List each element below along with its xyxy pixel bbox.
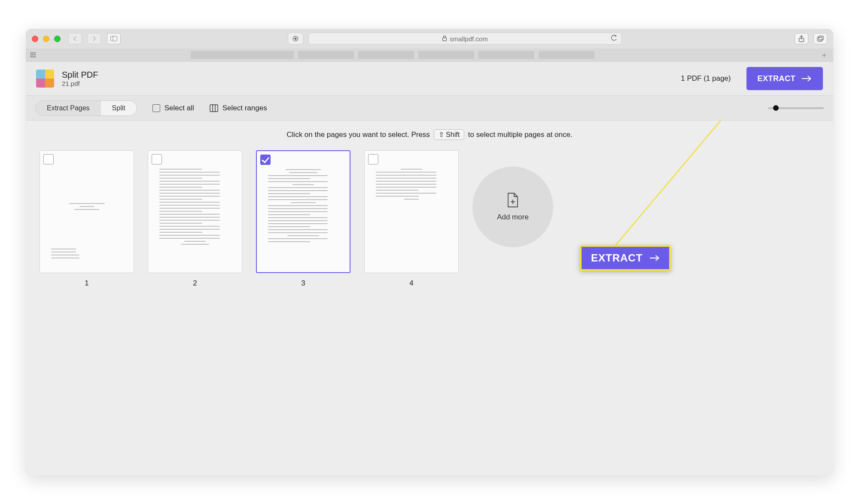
svg-rect-0: [111, 36, 117, 41]
window-controls: [32, 36, 61, 42]
page-tile[interactable]: 3: [256, 150, 350, 288]
page-number: 4: [409, 279, 413, 288]
page-thumbnail: [256, 150, 350, 273]
select-all-toggle[interactable]: Select all: [152, 104, 194, 112]
page-thumbnail: [148, 150, 242, 273]
toolbar: Extract Pages Split Select all Select ra…: [26, 96, 833, 121]
hint-pre: Click on the pages you want to select. P…: [286, 131, 430, 139]
share-icon[interactable]: [795, 33, 808, 44]
select-all-label: Select all: [164, 104, 194, 112]
page-checkbox[interactable]: [260, 155, 271, 165]
page-tile[interactable]: 4: [364, 150, 459, 288]
hint-post: to select multiple pages at once.: [468, 131, 573, 139]
page-grid: 1 2: [40, 150, 819, 288]
tab-ghost: [191, 51, 294, 59]
tab-ghost: [358, 51, 414, 59]
content-area: Click on the pages you want to select. P…: [26, 121, 833, 475]
mode-segmented-control: Extract Pages Split: [35, 100, 137, 116]
zoom-slider[interactable]: [768, 107, 824, 109]
app-logo[interactable]: [36, 70, 54, 88]
tracking-icon[interactable]: [288, 33, 303, 45]
page-tile[interactable]: 1: [40, 150, 134, 288]
segment-split[interactable]: Split: [101, 101, 137, 115]
segment-extract-pages[interactable]: Extract Pages: [36, 101, 101, 115]
checkbox-outline-icon: [152, 104, 160, 112]
sidebar-toggle-icon[interactable]: [107, 33, 121, 44]
selection-summary: 1 PDF (1 page): [681, 74, 731, 83]
svg-rect-9: [210, 105, 218, 112]
page-title: Split PDF: [62, 70, 98, 80]
tab-ghost: [418, 51, 474, 59]
svg-rect-4: [443, 38, 447, 41]
apps-grid-icon[interactable]: [30, 52, 36, 58]
close-window-icon[interactable]: [32, 36, 38, 42]
reload-icon[interactable]: [611, 35, 617, 43]
tabs-icon[interactable]: [813, 33, 827, 44]
page-thumbnail: [40, 150, 134, 273]
svg-point-3: [294, 37, 296, 39]
page-number: 2: [193, 279, 197, 288]
add-more-button[interactable]: Add more: [472, 167, 553, 247]
tab-ghost: [478, 51, 534, 59]
svg-rect-7: [817, 37, 822, 41]
extract-button[interactable]: EXTRACT: [746, 67, 823, 90]
add-more-label: Add more: [497, 213, 529, 222]
tab-ghost: [539, 51, 594, 59]
minimize-window-icon[interactable]: [43, 36, 49, 42]
page-tile[interactable]: 2: [148, 150, 242, 288]
extract-button-label: EXTRACT: [758, 74, 796, 83]
tab-ghost: [298, 51, 354, 59]
shift-label: Shift: [446, 131, 460, 138]
shift-icon: ⇧: [439, 131, 444, 138]
lock-icon: [442, 35, 447, 43]
page-checkbox[interactable]: [368, 154, 378, 164]
page-thumbnail: [364, 150, 459, 273]
new-tab-button[interactable]: ＋: [820, 50, 828, 60]
page-number: 3: [301, 279, 305, 288]
shift-key-hint: ⇧ Shift: [434, 129, 464, 140]
forward-button[interactable]: [87, 33, 101, 44]
callout-extract-highlight: EXTRACT: [580, 245, 671, 271]
page-checkbox[interactable]: [152, 154, 162, 164]
instruction-text: Click on the pages you want to select. P…: [40, 129, 819, 140]
address-bar[interactable]: smallpdf.com: [308, 33, 622, 45]
select-ranges-label: Select ranges: [222, 104, 267, 112]
page-checkbox[interactable]: [43, 154, 54, 164]
browser-toolbar: smallpdf.com: [26, 29, 833, 49]
svg-rect-6: [819, 36, 823, 40]
tab-strip: ＋: [26, 49, 833, 61]
select-ranges-button[interactable]: Select ranges: [210, 104, 267, 112]
zoom-window-icon[interactable]: [54, 36, 61, 42]
columns-icon: [210, 104, 218, 112]
app-header: Split PDF 21.pdf 1 PDF (1 page) EXTRACT: [26, 61, 833, 96]
file-name: 21.pdf: [62, 80, 98, 87]
page-number: 1: [85, 279, 88, 288]
url-host: smallpdf.com: [450, 35, 487, 43]
back-button[interactable]: [68, 33, 82, 44]
callout-label: EXTRACT: [591, 252, 643, 264]
